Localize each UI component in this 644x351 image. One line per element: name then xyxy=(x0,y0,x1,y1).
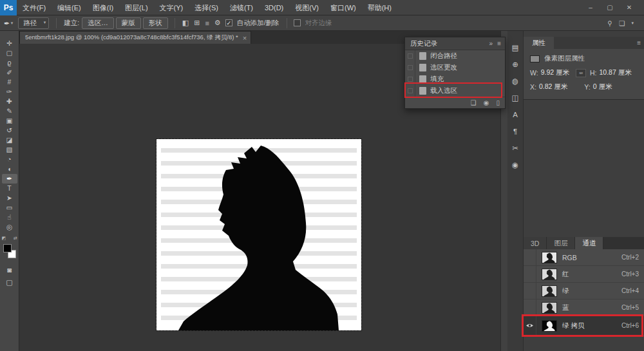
x-value[interactable]: 0.82 厘米 xyxy=(539,82,567,91)
channel-row-green-copy[interactable]: 绿 拷贝 Ctrl+6 xyxy=(524,316,644,336)
brush-tool[interactable]: ✎ xyxy=(2,106,17,116)
make-shape-button[interactable]: 形状 xyxy=(143,17,168,29)
menu-help[interactable]: 帮助(H) xyxy=(362,0,397,15)
channel-row-rgb[interactable]: RGB Ctrl+2 xyxy=(524,249,644,266)
adjustments-panel-icon[interactable]: ◍ xyxy=(509,75,522,87)
type-tool[interactable]: T xyxy=(2,184,17,193)
quick-mask-icon[interactable]: ◙ xyxy=(7,266,12,274)
menu-image[interactable]: 图像(I) xyxy=(87,0,119,15)
move-tool[interactable]: ✛ xyxy=(2,39,17,48)
blur-tool[interactable]: ◔ xyxy=(2,155,17,164)
menu-edit[interactable]: 编辑(E) xyxy=(52,0,87,15)
menu-filter[interactable]: 滤镜(T) xyxy=(224,0,259,15)
swap-colors-icon[interactable]: ⇄ xyxy=(14,236,17,241)
rect-marquee-tool[interactable]: ▢ xyxy=(2,48,17,58)
hand-tool[interactable]: ☝ xyxy=(2,213,17,222)
styles-panel-icon[interactable]: ◫ xyxy=(509,91,522,104)
search-icon[interactable]: ⚲ xyxy=(607,19,612,27)
menu-select[interactable]: 选择(S) xyxy=(189,0,224,15)
menu-type[interactable]: 文字(Y) xyxy=(154,0,189,15)
path-operations-icon[interactable]: ◧ xyxy=(182,19,189,27)
history-source-checkbox[interactable] xyxy=(405,62,415,73)
channel-thumbnail xyxy=(542,302,557,314)
collapse-panel-icon[interactable]: » xyxy=(489,40,493,47)
history-item-load-selection[interactable]: 载入选区 xyxy=(405,85,505,97)
eyedropper-tool[interactable]: ✑ xyxy=(2,87,17,97)
zoom-tool[interactable]: ◎ xyxy=(2,222,17,232)
tab-layers[interactable]: 图层 xyxy=(547,237,575,249)
tab-close-icon[interactable]: × xyxy=(243,34,247,42)
height-value[interactable]: 10.87 厘米 xyxy=(600,68,632,77)
tab-channels[interactable]: 通道 xyxy=(575,237,603,249)
channel-row-blue[interactable]: 蓝 Ctrl+5 xyxy=(524,299,644,316)
crop-tool[interactable]: # xyxy=(2,77,17,87)
paragraph-panel-icon[interactable]: ¶ xyxy=(509,125,522,137)
history-item-fill[interactable]: 填充 xyxy=(405,73,505,85)
visibility-toggle[interactable] xyxy=(524,316,536,335)
visibility-toggle[interactable] xyxy=(524,249,536,265)
3d-panel-icon[interactable]: ◉ xyxy=(509,158,522,171)
eraser-tool[interactable]: ◪ xyxy=(2,135,17,145)
screen-mode-icon[interactable]: ▢ xyxy=(6,278,12,287)
new-document-from-state-icon[interactable]: ❑ xyxy=(471,99,477,106)
gear-icon[interactable]: ⚙ xyxy=(214,19,221,27)
history-source-checkbox[interactable] xyxy=(405,73,415,85)
pen-tool[interactable]: ✒ xyxy=(2,174,17,184)
history-source-checkbox[interactable] xyxy=(405,85,415,97)
default-colors-icon[interactable]: ◩ xyxy=(2,236,6,241)
pen-tool-preset-icon[interactable]: ✒ ▾ xyxy=(4,19,13,27)
photoshop-logo[interactable]: Ps xyxy=(0,0,17,15)
rectangle-tool[interactable]: ▭ xyxy=(2,203,17,213)
panel-menu-icon[interactable]: ≡ xyxy=(637,39,641,46)
visibility-toggle[interactable] xyxy=(524,283,536,299)
align-edges-checkbox[interactable] xyxy=(294,19,301,26)
link-dimensions-icon[interactable]: ∞ xyxy=(576,69,586,77)
visibility-toggle[interactable] xyxy=(524,266,536,282)
tab-properties[interactable]: 属性 xyxy=(524,37,554,49)
history-item-close-path[interactable]: 闭合路径 xyxy=(405,50,505,62)
dodge-tool[interactable]: ◖ xyxy=(2,164,17,174)
path-selection-tool[interactable]: ➤ xyxy=(2,193,17,203)
minimize-icon[interactable]: – xyxy=(581,0,600,15)
menu-layer[interactable]: 图层(L) xyxy=(119,0,153,15)
tab-3d[interactable]: 3D xyxy=(524,237,547,249)
new-snapshot-icon[interactable]: ◉ xyxy=(484,99,489,106)
notes-panel-icon[interactable]: ✂ xyxy=(509,142,522,154)
menu-file[interactable]: 文件(F) xyxy=(17,0,52,15)
swatches-panel-icon[interactable]: ▤ xyxy=(509,41,522,53)
make-mask-button[interactable]: 蒙版 xyxy=(116,17,141,29)
visibility-toggle[interactable] xyxy=(524,299,536,316)
channel-row-red[interactable]: 红 Ctrl+3 xyxy=(524,266,644,283)
document-tab[interactable]: 5entbmrft1k28.jpg @ 100% (cd9a012073a8c7… xyxy=(19,31,251,44)
chevron-down-icon[interactable]: ▾ xyxy=(631,21,634,26)
path-alignment-icon[interactable]: ⊞ xyxy=(194,19,200,27)
make-selection-button[interactable]: 选区… xyxy=(82,17,114,29)
history-source-checkbox[interactable] xyxy=(405,50,415,62)
maximize-icon[interactable]: ▢ xyxy=(600,0,620,15)
character-panel-icon[interactable]: A xyxy=(509,108,522,120)
delete-state-icon[interactable]: ▯ xyxy=(496,99,500,106)
quick-selection-tool[interactable]: ✐ xyxy=(2,68,17,77)
width-value[interactable]: 9.92 厘米 xyxy=(541,68,569,77)
clone-stamp-tool[interactable]: ▣ xyxy=(2,116,17,126)
gradient-tool[interactable]: ▧ xyxy=(2,145,17,155)
lasso-tool[interactable]: ϱ xyxy=(2,58,17,68)
path-arrangement-icon[interactable]: ≡ xyxy=(205,19,209,27)
menu-window[interactable]: 窗口(W) xyxy=(325,0,362,15)
tool-mode-select[interactable]: 路径 ▾ xyxy=(18,17,49,29)
healing-brush-tool[interactable]: ✚ xyxy=(2,97,17,106)
foreground-color-swatch[interactable] xyxy=(3,244,12,252)
clone-source-panel-icon[interactable]: ⊕ xyxy=(509,58,522,70)
y-value[interactable]: 0 厘米 xyxy=(593,82,612,91)
channel-row-green[interactable]: 绿 Ctrl+4 xyxy=(524,283,644,299)
menu-3d[interactable]: 3D(D) xyxy=(259,0,289,15)
document-canvas[interactable] xyxy=(156,139,361,330)
menu-view[interactable]: 视图(V) xyxy=(289,0,325,15)
auto-add-checkbox[interactable]: ✓ xyxy=(225,19,232,26)
history-brush-tool[interactable]: ↺ xyxy=(2,126,17,135)
layer-thumbnail-icon xyxy=(530,55,540,62)
panel-menu-icon[interactable]: ≡ xyxy=(497,40,501,47)
close-icon[interactable]: ✕ xyxy=(620,0,639,15)
history-item-selection-change[interactable]: 选区更改 xyxy=(405,62,505,73)
workspace-switcher-icon[interactable]: ❏ xyxy=(619,19,625,27)
